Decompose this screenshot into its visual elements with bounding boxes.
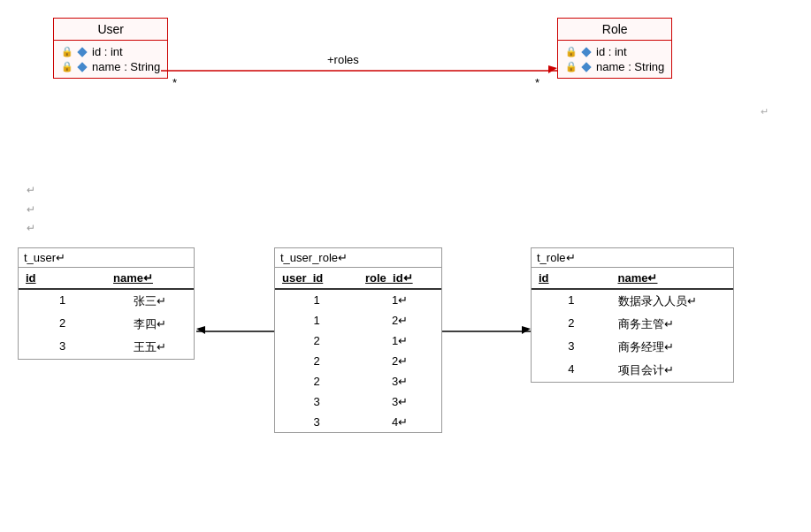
uml-role-name-text: name : String [596,60,664,73]
tur-r5-uid: 2 [275,373,358,390]
t-role-table: t_role↵ id name↵ 1 数据录入人员↵ 2 商务主管↵ 3 商务经… [531,247,734,383]
tur-r3-uid: 2 [275,332,358,349]
uml-user-field-id: 🔒 id : int [61,44,160,59]
para-mark-3: ↵ [27,219,784,239]
tr-r4-name: 项目会计↵ [611,361,734,380]
t-user-role-col-uid: user_id [275,270,358,286]
t-role-title: t_role↵ [532,248,733,268]
t-user-role-row-4: 2 2↵ [275,351,441,371]
tur-r1-rid: 1↵ [358,292,441,308]
tur-r3-rid: 1↵ [358,332,441,349]
uml-user-id-text: id : int [92,45,123,58]
lock-icon-3: 🔒 [565,46,578,57]
t-user-r1-name: 张三↵ [106,292,194,311]
t-role-row-4: 4 项目会计↵ [532,359,733,382]
t-user-title: t_user↵ [19,248,194,268]
tr-r3-id: 3 [532,338,611,357]
tur-r5-rid: 3↵ [358,373,441,390]
t-role-col-id: id [532,270,611,286]
t-user-role-header: user_id role_id↵ [275,268,441,290]
tur-r6-rid: 3↵ [358,393,441,410]
svg-text:+roles: +roles [327,53,359,66]
uml-role-class: Role 🔒 id : int 🔒 name : String [557,18,672,79]
svg-text:*: * [535,76,539,89]
tr-r2-id: 2 [532,315,611,334]
paragraph-marks: ↵ ↵ ↵ [0,177,811,243]
uml-role-title: Role [558,19,671,41]
tr-r1-id: 1 [532,292,611,311]
diamond-icon-4 [581,62,591,72]
tr-r1-name: 数据录入人员↵ [611,292,734,311]
tur-r2-uid: 1 [275,312,358,329]
tur-r6-uid: 3 [275,393,358,410]
t-user-role-col-rid: role_id↵ [358,270,441,286]
uml-user-name-text: name : String [92,60,160,73]
lock-icon-4: 🔒 [565,61,578,72]
t-user-role-row-1: 1 1↵ [275,290,441,310]
diamond-icon [77,47,87,57]
t-role-row-2: 2 商务主管↵ [532,313,733,336]
t-user-r2-id: 2 [19,315,106,334]
uml-user-body: 🔒 id : int 🔒 name : String [54,41,167,78]
para-mark-1: ↵ [27,181,784,201]
lock-icon: 🔒 [61,46,73,57]
t-user-r3-id: 3 [19,338,106,357]
uml-role-id-text: id : int [596,45,627,58]
t-user-role-row-7: 3 4↵ [275,412,441,432]
t-user-row-3: 3 王五↵ [19,336,194,359]
t-user-r2-name: 李四↵ [106,315,194,334]
db-area: t_user↵ id name↵ 1 张三↵ 2 李四↵ 3 王五↵ t_use… [0,247,811,477]
svg-marker-7 [196,326,205,334]
tr-r2-name: 商务主管↵ [611,315,734,334]
t-role-col-name: name↵ [611,270,734,286]
uml-role-body: 🔒 id : int 🔒 name : String [558,41,671,78]
svg-marker-9 [522,326,531,334]
t-user-table: t_user↵ id name↵ 1 张三↵ 2 李四↵ 3 王五↵ [18,247,195,360]
t-role-header: id name↵ [532,268,733,290]
para-mark-2: ↵ [27,201,784,220]
t-user-role-row-2: 1 2↵ [275,310,441,331]
tur-r7-rid: 4↵ [358,414,441,430]
uml-diagram: User 🔒 id : int 🔒 name : String Role 🔒 i… [0,0,811,177]
uml-role-field-id: 🔒 id : int [565,44,664,59]
uml-user-class: User 🔒 id : int 🔒 name : String [53,18,168,79]
t-user-role-title: t_user_role↵ [275,248,441,268]
t-user-r1-id: 1 [19,292,106,311]
t-user-role-row-6: 3 3↵ [275,391,441,412]
tur-r2-rid: 2↵ [358,312,441,329]
tur-r1-uid: 1 [275,292,358,308]
tur-r4-rid: 2↵ [358,353,441,369]
t-user-role-table: t_user_role↵ user_id role_id↵ 1 1↵ 1 2↵ … [274,247,442,433]
svg-marker-1 [548,65,557,73]
lock-icon-2: 🔒 [61,61,73,72]
tr-r4-id: 4 [532,361,611,380]
t-user-col-name: name↵ [106,270,194,286]
diamond-icon-3 [581,47,591,57]
t-user-role-row-3: 2 1↵ [275,331,441,351]
svg-text:*: * [172,76,177,89]
uml-role-field-name: 🔒 name : String [565,59,664,74]
t-user-role-row-5: 2 3↵ [275,371,441,391]
t-user-col-id: id [19,270,106,286]
tr-r3-name: 商务经理↵ [611,338,734,357]
uml-user-title: User [54,19,167,41]
t-user-row-1: 1 张三↵ [19,290,194,313]
t-user-r3-name: 王五↵ [106,338,194,357]
svg-text:↵: ↵ [761,106,769,117]
tur-r4-uid: 2 [275,353,358,369]
diamond-icon-2 [77,62,87,72]
t-role-row-1: 1 数据录入人员↵ [532,290,733,313]
t-user-row-2: 2 李四↵ [19,313,194,336]
t-user-header: id name↵ [19,268,194,290]
t-role-row-3: 3 商务经理↵ [532,336,733,359]
tur-r7-uid: 3 [275,414,358,430]
uml-user-field-name: 🔒 name : String [61,59,160,74]
